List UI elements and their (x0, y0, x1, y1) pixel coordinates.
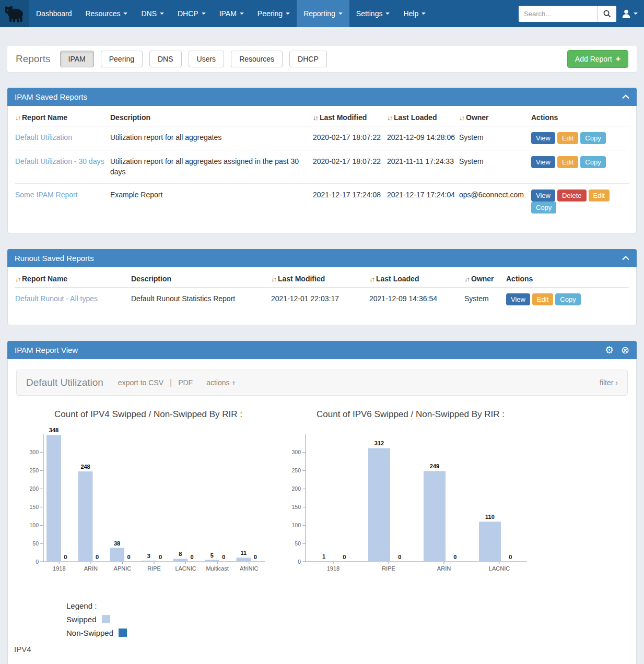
sort-icon[interactable]: ↓↑ (15, 275, 20, 283)
svg-text:0: 0 (254, 554, 257, 560)
svg-text:1918: 1918 (327, 565, 339, 572)
svg-text:1: 1 (322, 553, 325, 560)
cell-modified: 2020-02-17 18:07:22 (313, 126, 387, 150)
ipv4-chart-block: Count of IPV4 Swipped / Non-Swipped By R… (24, 409, 273, 583)
nav-item-resources[interactable]: Resources (79, 0, 135, 27)
report-toolbar: Default Utilization export to CSV | PDF … (16, 370, 628, 396)
svg-text:38: 38 (114, 540, 120, 546)
svg-text:0: 0 (509, 554, 512, 560)
nav-item-reporting[interactable]: Reporting (297, 0, 349, 27)
svg-text:200: 200 (29, 485, 39, 492)
report-name-link[interactable]: Default Runout - All types (15, 294, 98, 303)
chevron-up-icon[interactable] (622, 94, 629, 99)
delete-button[interactable]: Delete (557, 189, 587, 201)
svg-text:200: 200 (291, 485, 301, 492)
report-tab-users[interactable]: Users (189, 51, 225, 67)
legend-item: Non-Swipped (66, 629, 628, 637)
sort-icon[interactable]: ↓↑ (271, 275, 276, 283)
cell-modified: 2021-12-17 17:24:08 (313, 183, 387, 219)
plus-icon: + (616, 55, 620, 63)
app-logo[interactable] (0, 0, 29, 27)
user-caret-icon (634, 13, 638, 15)
cell-owner: ops@6connect.com (459, 183, 531, 219)
report-name-link[interactable]: Default Utilization (15, 133, 72, 141)
copy-button[interactable]: Copy (580, 156, 605, 168)
nav-item-dns[interactable]: DNS (134, 0, 171, 27)
search-input[interactable] (519, 6, 597, 22)
report-tab-resources[interactable]: Resources (231, 51, 283, 67)
runout-saved-reports-table: ↓↑Report NameDescription↓↑Last Modified↓… (15, 267, 629, 311)
svg-text:0: 0 (453, 554, 456, 560)
chevron-up-icon[interactable] (622, 256, 629, 260)
table-row: Default UtilizationUtilization report fo… (15, 126, 629, 150)
export-csv-link[interactable]: export to CSV (118, 378, 163, 387)
nav-item-label: DHCP (178, 9, 198, 18)
sort-icon[interactable]: ↓↑ (15, 114, 20, 122)
sort-icon[interactable]: ↓↑ (459, 114, 464, 122)
column-header-last-modified[interactable]: ↓↑Last Modified (313, 106, 387, 126)
svg-text:249: 249 (430, 463, 439, 469)
view-button[interactable]: View (506, 293, 530, 305)
column-header-last-loaded[interactable]: ↓↑Last Loaded (369, 267, 464, 288)
svg-text:0: 0 (159, 554, 162, 560)
report-tab-peering[interactable]: Peering (101, 51, 143, 67)
search-button[interactable] (597, 6, 616, 22)
report-name-link[interactable]: Default Utilization - 30 days (15, 157, 104, 165)
copy-button[interactable]: Copy (580, 132, 605, 144)
section-label-ipv4: IPV4 (14, 645, 628, 654)
chevron-down-icon (338, 13, 343, 15)
ipam-saved-reports-header[interactable]: IPAM Saved Reports (7, 88, 637, 106)
edit-button[interactable]: Edit (532, 293, 553, 305)
report-name-link[interactable]: Some IPAM Report (15, 191, 78, 199)
actions-menu[interactable]: actions + (206, 378, 236, 387)
nav-item-dashboard[interactable]: Dashboard (29, 0, 79, 27)
nav-item-help[interactable]: Help (396, 0, 432, 27)
user-menu[interactable] (622, 9, 638, 18)
view-button[interactable]: View (531, 189, 555, 201)
column-header-description: Description (131, 267, 271, 288)
sort-icon[interactable]: ↓↑ (387, 114, 392, 122)
pdf-link[interactable]: PDF (178, 378, 193, 387)
add-report-button[interactable]: Add Report + (567, 50, 628, 68)
sort-icon[interactable]: ↓↑ (464, 275, 469, 283)
filter-toggle[interactable]: filter › (600, 378, 618, 387)
report-tab-dhcp[interactable]: DHCP (289, 51, 327, 67)
gear-icon[interactable]: ⚙ (605, 345, 614, 355)
edit-button[interactable]: Edit (557, 132, 578, 144)
column-header-last-modified[interactable]: ↓↑Last Modified (271, 267, 369, 288)
legend-title-row: Legend : (66, 601, 628, 610)
sort-icon[interactable]: ↓↑ (313, 114, 318, 122)
column-header-last-loaded[interactable]: ↓↑Last Loaded (387, 106, 459, 126)
svg-text:50: 50 (32, 540, 39, 546)
legend-item: Swipped (66, 615, 628, 624)
column-header-report-name[interactable]: ↓↑Report Name (15, 106, 110, 126)
edit-button[interactable]: Edit (557, 156, 578, 168)
svg-text:300: 300 (29, 449, 39, 455)
view-button[interactable]: View (531, 156, 555, 168)
add-report-label: Add Report (575, 55, 612, 63)
ipv6-chart-title: Count of IPV6 Swipped / Non-Swipped By R… (286, 409, 535, 420)
runout-saved-reports-header[interactable]: Runout Saved Reports (7, 249, 637, 267)
nav-item-ipam[interactable]: IPAM (213, 0, 251, 27)
nav-item-peering[interactable]: Peering (251, 0, 297, 27)
cell-description: Default Runout Statistics Report (131, 287, 271, 311)
top-navbar: DashboardResourcesDNSDHCPIPAMPeeringRepo… (0, 0, 644, 27)
report-tab-ipam[interactable]: IPAM (60, 51, 94, 67)
nav-item-settings[interactable]: Settings (349, 0, 397, 27)
ipam-report-view-panel: IPAM Report View ⚙ ⊗ Default Utilization… (7, 341, 637, 664)
copy-button[interactable]: Copy (555, 293, 580, 305)
column-header-owner[interactable]: ↓↑Owner (459, 106, 531, 126)
sort-icon[interactable]: ↓↑ (369, 275, 374, 283)
view-button[interactable]: View (531, 132, 555, 144)
column-header-report-name[interactable]: ↓↑Report Name (15, 267, 131, 288)
report-type-tabs: IPAMPeeringDNSUsersResourcesDHCP (60, 51, 334, 67)
svg-text:0: 0 (343, 554, 346, 560)
copy-button[interactable]: Copy (531, 201, 556, 214)
report-tab-dns[interactable]: DNS (149, 51, 182, 67)
edit-button[interactable]: Edit (589, 189, 610, 201)
nav-item-dhcp[interactable]: DHCP (171, 0, 213, 27)
cell-description: Utilization report for all aggregates (110, 126, 313, 150)
column-header-owner[interactable]: ↓↑Owner (464, 267, 506, 288)
close-circle-icon[interactable]: ⊗ (621, 345, 629, 355)
cell-description: Example Report (110, 183, 313, 219)
